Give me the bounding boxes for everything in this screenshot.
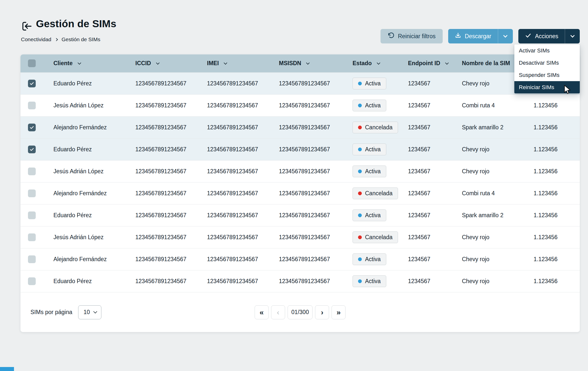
actions-menu-item[interactable]: Desactivar SIMs bbox=[514, 57, 580, 69]
cell-extra: 1.123456 bbox=[526, 182, 580, 204]
cell-msisdn: 1234567891234567 bbox=[271, 116, 345, 138]
row-checkbox[interactable] bbox=[28, 124, 36, 131]
cell-extra: 1.123456 bbox=[526, 226, 580, 248]
actions-menu-item[interactable]: Suspender SIMs bbox=[514, 69, 580, 81]
next-page-icon: › bbox=[321, 308, 323, 317]
status-badge: Activa bbox=[353, 253, 386, 265]
table-body: Eduardo Pérez 1234567891234567 123456789… bbox=[20, 72, 580, 292]
row-checkbox[interactable] bbox=[28, 277, 36, 285]
cell-nombre-sim: Spark amarillo 2 bbox=[454, 116, 526, 138]
cell-msisdn: 1234567891234567 bbox=[271, 94, 345, 116]
chevron-down-icon bbox=[503, 33, 508, 38]
table-row: Alejandro Fernández 1234567891234567 123… bbox=[20, 182, 580, 204]
row-checkbox[interactable] bbox=[28, 102, 36, 109]
cell-nombre-sim: Chevy rojo bbox=[454, 248, 526, 270]
cell-imei: 1234567891234567 bbox=[199, 248, 271, 270]
cell-imei: 1234567891234567 bbox=[199, 116, 271, 138]
check-icon bbox=[525, 32, 532, 40]
next-page-button[interactable]: › bbox=[315, 305, 329, 319]
row-checkbox[interactable] bbox=[28, 146, 36, 153]
actions-label: Acciones bbox=[535, 33, 558, 40]
status-dot-icon bbox=[358, 191, 362, 195]
per-page-select[interactable]: 10 bbox=[78, 305, 101, 319]
cell-nombre-sim: Chevy rojo bbox=[454, 138, 526, 160]
column-header-iccid[interactable]: ICCID bbox=[127, 54, 199, 72]
cell-iccid: 1234567891234567 bbox=[127, 182, 199, 204]
status-dot-icon bbox=[358, 235, 362, 239]
sim-management-page: Gestión de SIMs Conectividad Gestión de … bbox=[0, 0, 588, 371]
status-dot-icon bbox=[358, 170, 362, 173]
cell-msisdn: 1234567891234567 bbox=[271, 204, 345, 226]
cell-endpoint-id: 1234567 bbox=[400, 94, 454, 116]
cell-msisdn: 1234567891234567 bbox=[271, 138, 345, 160]
cell-estado: Activa bbox=[345, 204, 400, 226]
cell-imei: 1234567891234567 bbox=[199, 182, 271, 204]
table-row: Jesús Adrián López 1234567891234567 1234… bbox=[20, 226, 580, 248]
back-button[interactable] bbox=[21, 20, 32, 32]
cell-extra: 1.123456 bbox=[526, 94, 580, 116]
reset-filters-button[interactable]: Reiniciar filtros bbox=[381, 29, 443, 43]
actions-menu-item[interactable]: Activar SIMs bbox=[514, 44, 580, 57]
breadcrumb-parent[interactable]: Conectividad bbox=[21, 36, 51, 42]
actions-menu-toggle[interactable] bbox=[565, 29, 580, 43]
sort-chevron-icon bbox=[78, 61, 81, 65]
cell-cliente: Alejandro Fernández bbox=[45, 182, 127, 204]
sims-table: Cliente ICCID IMEI MSISDN Estado Endpoin… bbox=[20, 54, 580, 292]
prev-page-icon: ‹ bbox=[277, 308, 279, 317]
prev-page-button[interactable]: ‹ bbox=[271, 305, 285, 319]
row-checkbox-cell bbox=[20, 94, 45, 116]
reset-filters-label: Reiniciar filtros bbox=[398, 33, 436, 40]
page-indicator: 01/300 bbox=[288, 305, 313, 319]
cell-nombre-sim: Chevy rojo bbox=[454, 270, 526, 292]
table-row: Eduardo Pérez 1234567891234567 123456789… bbox=[20, 204, 580, 226]
cell-iccid: 1234567891234567 bbox=[127, 226, 199, 248]
column-header-endpoint-id[interactable]: Endpoint ID bbox=[400, 54, 454, 72]
select-all-cell bbox=[20, 54, 45, 72]
column-header-imei[interactable]: IMEI bbox=[199, 54, 271, 72]
cell-estado: Activa bbox=[345, 138, 400, 160]
row-checkbox-cell bbox=[20, 270, 45, 292]
cell-endpoint-id: 1234567 bbox=[400, 204, 454, 226]
actions-menu-item[interactable]: Reiniciar SIMs bbox=[514, 81, 580, 93]
row-checkbox[interactable] bbox=[28, 189, 36, 197]
row-checkbox-cell bbox=[20, 72, 45, 94]
cell-iccid: 1234567891234567 bbox=[127, 138, 199, 160]
column-header-estado[interactable]: Estado bbox=[345, 54, 400, 72]
sort-chevron-icon bbox=[306, 61, 310, 65]
chevron-right-icon bbox=[55, 38, 58, 41]
select-all-checkbox[interactable] bbox=[28, 59, 36, 67]
sort-chevron-icon bbox=[445, 61, 449, 65]
first-page-button[interactable]: « bbox=[255, 305, 269, 319]
cell-nombre-sim: Combi ruta 4 bbox=[454, 94, 526, 116]
table-row: Eduardo Pérez 1234567891234567 123456789… bbox=[20, 270, 580, 292]
status-dot-icon bbox=[358, 148, 362, 151]
row-checkbox[interactable] bbox=[28, 211, 36, 219]
bottom-edge-element bbox=[0, 367, 14, 371]
status-dot-icon bbox=[358, 257, 362, 261]
row-checkbox[interactable] bbox=[28, 233, 36, 241]
column-header-cliente[interactable]: Cliente bbox=[45, 54, 127, 72]
actions-button[interactable]: Acciones bbox=[518, 29, 565, 43]
row-checkbox[interactable] bbox=[28, 80, 36, 87]
cell-imei: 1234567891234567 bbox=[199, 160, 271, 182]
first-page-icon: « bbox=[259, 308, 264, 317]
cell-nombre-sim: Chevy rojo bbox=[454, 226, 526, 248]
cell-extra: 1.123456 bbox=[526, 160, 580, 182]
download-button[interactable]: Descargar bbox=[448, 29, 498, 43]
row-checkbox[interactable] bbox=[28, 255, 36, 263]
column-header-msisdn[interactable]: MSISDN bbox=[271, 54, 345, 72]
last-page-button[interactable]: » bbox=[332, 305, 346, 319]
cell-iccid: 1234567891234567 bbox=[127, 160, 199, 182]
sort-chevron-icon bbox=[224, 61, 227, 65]
sims-table-card: Cliente ICCID IMEI MSISDN Estado Endpoin… bbox=[20, 54, 580, 332]
cell-imei: 1234567891234567 bbox=[199, 204, 271, 226]
table-row: Eduardo Pérez 1234567891234567 123456789… bbox=[20, 72, 580, 94]
table-row: Alejandro Fernández 1234567891234567 123… bbox=[20, 248, 580, 270]
cell-cliente: Alejandro Fernández bbox=[45, 116, 127, 138]
cell-imei: 1234567891234567 bbox=[199, 270, 271, 292]
download-menu-toggle[interactable] bbox=[498, 29, 513, 43]
cell-msisdn: 1234567891234567 bbox=[271, 160, 345, 182]
row-checkbox[interactable] bbox=[28, 168, 36, 175]
cell-imei: 1234567891234567 bbox=[199, 94, 271, 116]
cell-msisdn: 1234567891234567 bbox=[271, 270, 345, 292]
